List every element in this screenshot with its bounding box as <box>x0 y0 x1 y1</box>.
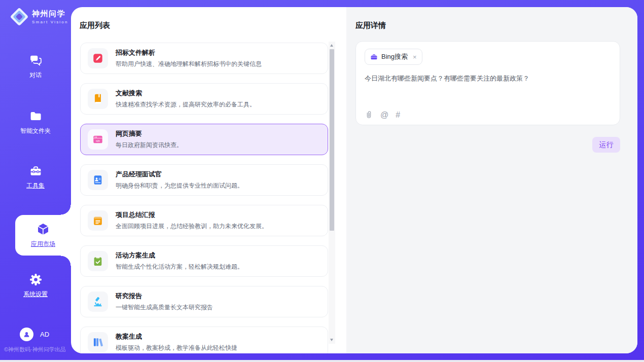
clipboard-check-icon <box>88 251 108 271</box>
app-card-title: 项目总结汇报 <box>116 210 268 220</box>
app-card-desc: 模板驱动，教案秒成，教学准备从此轻松快捷 <box>116 344 237 352</box>
sidebar-item-label: 对话 <box>29 71 42 80</box>
user-initials: AD <box>40 331 49 338</box>
tag-close-icon[interactable]: × <box>413 54 417 60</box>
app-card-desc: 智能生成个性化活动方案，轻松解决规划难题。 <box>116 263 243 271</box>
app-detail-title: 应用详情 <box>355 21 386 30</box>
composer-card: Bing搜索 × 今日湖北有哪些新闻要点？有哪些需要关注的最新政策？ @ # <box>355 41 620 125</box>
edit-doc-icon <box>88 48 108 68</box>
user-row[interactable]: AD <box>20 328 49 341</box>
sidebar-item-label: 工具集 <box>26 182 45 190</box>
query-input[interactable]: 今日湖北有哪些新闻要点？有哪些需要关注的最新政策？ <box>365 74 611 84</box>
svg-text:</>: </> <box>96 139 100 142</box>
app-card-title: 产品经理面试官 <box>116 170 243 179</box>
briefcase-icon <box>370 53 378 61</box>
tool-tag-label: Bing搜索 <box>381 52 408 61</box>
sidebar-item-chat[interactable]: 对话 <box>0 54 71 80</box>
sidebar: 神州问学 Smart Vision 对话智能文件夹工具集应用市场系统设置 AD … <box>0 0 71 360</box>
app-card-title: 招标文件解析 <box>116 48 262 57</box>
report-note-icon <box>88 210 108 231</box>
chat-icon <box>29 54 43 67</box>
list-scrollbar[interactable] <box>329 42 335 344</box>
book-icon <box>88 89 108 109</box>
app-list-title: 应用列表 <box>80 21 110 30</box>
app-card-title: 文献搜索 <box>116 89 256 98</box>
hash-icon[interactable]: # <box>396 111 400 119</box>
gear-icon <box>29 273 43 286</box>
scroll-up-icon[interactable] <box>330 44 333 47</box>
app-card-title: 活动方案生成 <box>116 251 243 260</box>
app-card[interactable]: 产品经理面试官明确身份和职责，为您提供专业性的面试问题。 <box>80 164 328 196</box>
content-panel: 应用列表 招标文件解析帮助用户快速、准确地理解和解析招标书中的关键信息文献搜索快… <box>71 7 637 353</box>
cube-icon <box>35 222 51 237</box>
sidebar-item-app-market[interactable]: 应用市场 <box>15 215 71 256</box>
tool-tag[interactable]: Bing搜索 × <box>365 49 422 65</box>
app-card-title: 网页摘要 <box>116 129 183 138</box>
app-window: 神州问学 Smart Vision 对话智能文件夹工具集应用市场系统设置 AD … <box>0 0 644 362</box>
browser-code-icon: </> <box>88 129 108 150</box>
app-card[interactable]: 文献搜索快速精准查找学术资源，提高研究效率的必备工具。 <box>80 83 328 115</box>
app-card[interactable]: 研究报告一键智能生成高质量长文本研究报告 <box>80 286 328 317</box>
at-icon[interactable]: @ <box>380 111 388 119</box>
app-card-desc: 全面回顾项目进展，总结经验教训，助力未来优化发展。 <box>116 222 268 231</box>
brand: 神州问学 Smart Vision <box>9 7 68 27</box>
app-card[interactable]: 教案生成模板驱动，教案秒成，教学准备从此轻松快捷 <box>80 327 328 353</box>
run-button[interactable]: 运行 <box>592 137 620 153</box>
app-card-title: 研究报告 <box>116 292 213 301</box>
app-card-desc: 一键智能生成高质量长文本研究报告 <box>116 303 213 312</box>
app-card-desc: 明确身份和职责，为您提供专业性的面试问题。 <box>116 182 243 190</box>
app-list-panel: 应用列表 招标文件解析帮助用户快速、准确地理解和解析招标书中的关键信息文献搜索快… <box>71 7 346 353</box>
app-card[interactable]: 活动方案生成智能生成个性化活动方案，轻松解决规划难题。 <box>80 245 328 277</box>
sidebar-item-tools[interactable]: 工具集 <box>0 164 71 190</box>
app-card-desc: 帮助用户快速、准确地理解和解析招标书中的关键信息 <box>116 60 262 68</box>
scroll-thumb[interactable] <box>330 49 334 231</box>
copyright: ©神州数码·神州问学出品 <box>4 346 66 353</box>
app-detail-panel: 应用详情 Bing搜索 × 今日湖北有哪些新闻要点？有哪些需要关注的最新政策？ … <box>346 7 637 353</box>
bottom-edge <box>0 360 644 362</box>
brand-logo-diamond-icon <box>9 7 29 27</box>
app-card[interactable]: </>网页摘要每日政府新闻资讯快查。 <box>80 124 328 155</box>
paperclip-icon[interactable] <box>365 111 373 119</box>
folder-icon <box>29 110 43 123</box>
app-card-desc: 快速精准查找学术资源，提高研究效率的必备工具。 <box>116 100 256 109</box>
sidebar-item-folders[interactable]: 智能文件夹 <box>0 110 71 135</box>
toolbox-icon <box>29 164 43 178</box>
composer-toolbar: @ # <box>365 111 400 119</box>
books-icon <box>88 332 108 352</box>
microscope-icon <box>88 292 108 312</box>
app-card-title: 教案生成 <box>116 332 237 341</box>
scroll-down-icon[interactable] <box>330 339 333 341</box>
brand-name: 神州问学 <box>32 9 68 19</box>
avatar[interactable] <box>20 328 33 341</box>
sidebar-item-label: 应用市场 <box>31 240 55 248</box>
sidebar-item-label: 智能文件夹 <box>20 127 51 135</box>
resume-icon <box>88 170 108 190</box>
sidebar-item-label: 系统设置 <box>23 290 48 299</box>
app-card[interactable]: 招标文件解析帮助用户快速、准确地理解和解析招标书中的关键信息 <box>80 43 328 74</box>
brand-subtitle: Smart Vision <box>32 20 68 24</box>
app-card-desc: 每日政府新闻资讯快查。 <box>116 141 183 150</box>
sidebar-item-settings[interactable]: 系统设置 <box>0 273 71 299</box>
app-card[interactable]: 项目总结汇报全面回顾项目进展，总结经验教训，助力未来优化发展。 <box>80 205 328 236</box>
